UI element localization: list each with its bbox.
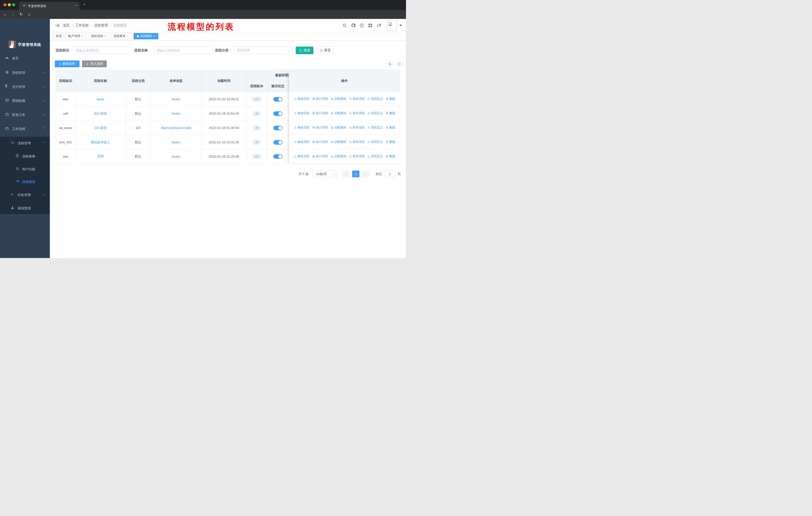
- version-badge[interactable]: v5: [253, 126, 261, 130]
- page-size-select[interactable]: 10条/页: [312, 170, 337, 178]
- version-badge[interactable]: v17: [252, 97, 261, 102]
- action-edit[interactable]: 修改流程: [294, 111, 310, 115]
- traffic-zoom-button[interactable]: [12, 3, 15, 6]
- search-button[interactable]: 搜索: [296, 47, 313, 54]
- action-assign-rule[interactable]: 分配规则: [330, 97, 346, 101]
- filter-category-select[interactable]: 流程分类: [234, 47, 292, 54]
- version-badge[interactable]: v2: [253, 111, 261, 116]
- action-edit[interactable]: 修改流程: [294, 126, 310, 130]
- action-definition[interactable]: 流程定义: [367, 111, 383, 115]
- active-toggle[interactable]: [273, 140, 283, 145]
- filter-id-input[interactable]: [72, 47, 132, 54]
- sidebar-item-devtools[interactable]: 研发工具: [0, 109, 50, 119]
- process-name-link[interactable]: 滔博: [97, 154, 104, 159]
- active-toggle[interactable]: [273, 97, 283, 102]
- active-toggle[interactable]: [273, 126, 283, 130]
- action-delete[interactable]: 删除: [386, 154, 396, 159]
- tag-process-model[interactable]: 流程模型 ×: [134, 33, 158, 39]
- process-name-link[interactable]: 自己审批: [94, 111, 107, 116]
- action-definition[interactable]: 流程定义: [367, 97, 383, 101]
- tab-close-icon[interactable]: ×: [75, 3, 77, 7]
- sidebar-item-workflow[interactable]: 工作流程: [0, 124, 50, 134]
- refresh-table-button[interactable]: [396, 60, 403, 67]
- process-name-link[interactable]: 测试多审批人: [91, 140, 110, 145]
- help-icon[interactable]: [359, 23, 364, 28]
- form-link[interactable]: biubiu: [172, 155, 180, 159]
- font-size-icon[interactable]: [377, 23, 382, 28]
- prev-page-button[interactable]: ‹: [342, 170, 350, 178]
- action-edit[interactable]: 修改流程: [294, 154, 310, 159]
- tag-close-icon[interactable]: ×: [104, 35, 106, 38]
- action-design[interactable]: 设计流程: [312, 97, 328, 101]
- action-assign-rule[interactable]: 分配规则: [330, 126, 346, 130]
- action-publish[interactable]: 发布流程: [349, 97, 365, 101]
- action-publish[interactable]: 发布流程: [349, 140, 365, 144]
- process-name-link[interactable]: eeee: [97, 97, 104, 101]
- import-process-button[interactable]: 导入流程: [82, 60, 107, 67]
- action-design[interactable]: 设计流程: [312, 111, 328, 115]
- next-page-button[interactable]: ›: [362, 170, 369, 178]
- goto-page-input[interactable]: [384, 170, 396, 178]
- sidebar-item-home[interactable]: 首页: [0, 53, 50, 63]
- process-name-link[interactable]: OA 请假: [94, 126, 107, 130]
- sidebar-item-user-group[interactable]: 用户分组: [0, 164, 50, 174]
- form-link[interactable]: biubiu: [172, 97, 180, 101]
- search-icon[interactable]: [342, 23, 347, 28]
- caret-down-icon[interactable]: [400, 25, 402, 26]
- action-delete[interactable]: 删除: [386, 97, 396, 101]
- form-link[interactable]: biubiu: [172, 140, 180, 144]
- sidebar-item-process-model[interactable]: 流程模型: [0, 176, 50, 186]
- form-link[interactable]: biubiu: [172, 112, 180, 115]
- back-icon[interactable]: ←: [2, 10, 8, 19]
- sidebar-item-leave-query[interactable]: 请假查询: [0, 203, 50, 213]
- action-edit[interactable]: 修改流程: [294, 97, 310, 101]
- sidebar-item-pay[interactable]: ¥ 支付管理: [0, 81, 50, 91]
- action-publish[interactable]: 发布流程: [349, 154, 365, 159]
- traffic-close-button[interactable]: [3, 3, 6, 6]
- tag-close-icon[interactable]: ×: [153, 35, 155, 38]
- hamburger-icon[interactable]: [55, 23, 60, 28]
- tag-close-icon[interactable]: ×: [127, 35, 128, 38]
- action-assign-rule[interactable]: 分配规则: [330, 154, 346, 159]
- action-edit[interactable]: 修改流程: [294, 140, 310, 144]
- tag-my-process[interactable]: 我的流程 ×: [88, 33, 109, 39]
- home-icon[interactable]: ⌂: [26, 10, 32, 19]
- action-delete[interactable]: 删除: [386, 126, 396, 130]
- forward-icon[interactable]: →: [10, 10, 16, 19]
- version-badge[interactable]: v21: [252, 154, 261, 159]
- current-page[interactable]: 1: [352, 170, 359, 178]
- create-process-button[interactable]: + 新建流程: [55, 60, 80, 67]
- tag-home[interactable]: 首页: [53, 33, 64, 39]
- action-design[interactable]: 设计流程: [312, 154, 328, 159]
- tag-process-form[interactable]: 流程表单 ×: [111, 33, 131, 39]
- action-delete[interactable]: 删除: [386, 140, 396, 144]
- action-publish[interactable]: 发布流程: [349, 111, 365, 115]
- breadcrumb-item[interactable]: 流程管理: [94, 23, 108, 28]
- sidebar-item-task-manage[interactable]: 任务管理: [0, 189, 50, 199]
- toggle-search-button[interactable]: [386, 60, 394, 67]
- new-tab-button[interactable]: +: [83, 2, 86, 7]
- version-badge[interactable]: v4: [253, 140, 261, 145]
- sidebar-item-process-manage[interactable]: 流程管理: [0, 138, 50, 148]
- action-design[interactable]: 设计流程: [312, 140, 328, 144]
- action-assign-rule[interactable]: 分配规则: [330, 140, 346, 144]
- active-toggle[interactable]: [273, 111, 283, 116]
- github-icon[interactable]: [351, 23, 356, 28]
- sidebar-item-infra[interactable]: 基础设施: [0, 95, 50, 105]
- browser-tab[interactable]: 芋道管理系统 ×: [19, 2, 80, 10]
- fullscreen-icon[interactable]: [368, 23, 373, 28]
- sidebar-item-process-form[interactable]: 流程表单: [0, 151, 50, 161]
- sidebar-item-system[interactable]: 系统管理: [0, 67, 50, 77]
- reload-icon[interactable]: ↻: [18, 10, 24, 19]
- action-delete[interactable]: 删除: [386, 111, 396, 115]
- action-design[interactable]: 设计流程: [312, 126, 328, 130]
- action-definition[interactable]: 流程定义: [367, 126, 383, 130]
- action-definition[interactable]: 流程定义: [367, 154, 383, 159]
- tag-tenant[interactable]: 租户管理 ×: [65, 33, 86, 39]
- breadcrumb-item[interactable]: 首页: [63, 23, 70, 28]
- action-assign-rule[interactable]: 分配规则: [330, 111, 346, 115]
- filter-name-input[interactable]: [153, 47, 213, 54]
- breadcrumb-item[interactable]: 工作流程: [75, 23, 89, 28]
- action-publish[interactable]: 发布流程: [349, 126, 365, 130]
- tag-close-icon[interactable]: ×: [82, 35, 83, 38]
